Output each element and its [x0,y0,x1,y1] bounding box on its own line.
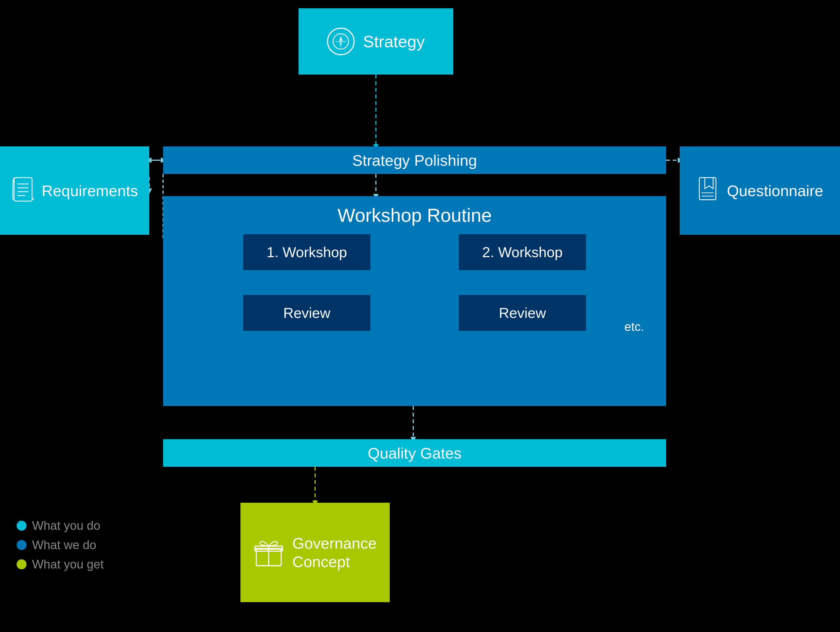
legend-text-cyan: What you do [32,519,100,533]
strategy-polishing-bar: Strategy Polishing [163,147,666,174]
requirements-box: Requirements [0,147,149,235]
workshop-inner: 1. Workshop Review 2. Workshop Review [163,234,666,331]
legend-item-green: What you get [17,558,104,571]
workshop1-block: 1. Workshop [243,234,370,270]
review2-block: Review [459,295,586,331]
strategy-box: Strategy [298,8,453,74]
legend-text-green: What you get [32,558,104,571]
governance-box: Governance Concept [240,503,390,602]
governance-label: Governance Concept [292,534,376,571]
quality-gates-bar: Quality Gates [163,439,666,467]
quality-gates-label: Quality Gates [368,444,461,462]
workshop-routine-box: Workshop Routine 1. Workshop Review 2. W… [163,196,666,406]
gift-icon [253,537,284,568]
legend-dot-blue [17,540,27,550]
compass-icon [327,28,355,55]
questionnaire-label: Questionnaire [727,182,823,200]
workshop2-column: 2. Workshop Review [459,234,586,331]
workshop1-column: 1. Workshop Review [243,234,370,331]
workshop2-block: 2. Workshop [459,234,586,270]
legend: What you do What we do What you get [17,519,104,577]
legend-dot-green [17,560,27,569]
requirements-label: Requirements [42,182,138,200]
legend-item-blue: What we do [17,538,104,552]
strategy-polishing-label: Strategy Polishing [352,151,477,169]
strategy-label: Strategy [363,32,425,51]
scroll-icon [11,176,36,205]
legend-text-blue: What we do [32,538,96,552]
bookmark-icon [696,176,722,205]
svg-rect-31 [14,178,32,201]
legend-item-cyan: What you do [17,519,104,533]
review1-block: Review [243,295,370,331]
legend-dot-cyan [17,521,27,531]
workshop-routine-title: Workshop Routine [338,205,492,226]
diagram-container: Strategy Requirements Que [0,0,840,632]
questionnaire-box: Questionnaire [680,147,840,235]
